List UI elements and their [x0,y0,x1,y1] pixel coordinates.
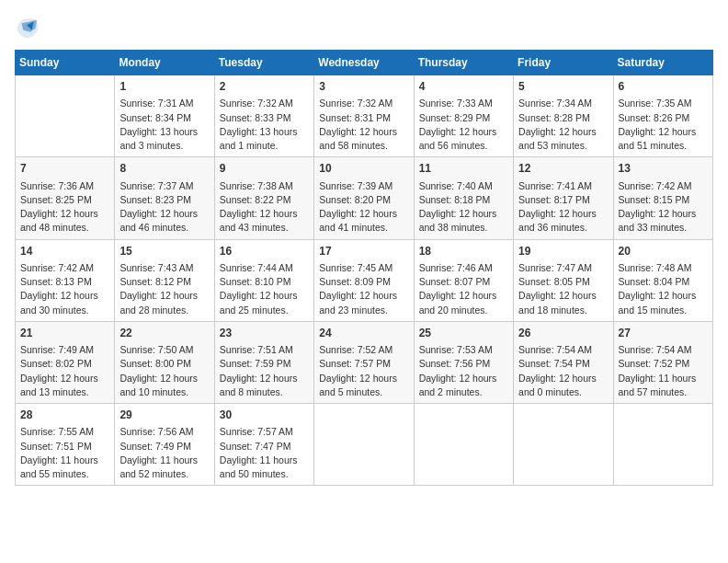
day-number: 26 [518,326,608,341]
day-number: 4 [419,79,508,95]
day-info: Sunrise: 7:42 AMSunset: 8:15 PMDaylight:… [619,179,708,236]
day-number: 1 [119,79,209,95]
column-header-sunday: Sunday [16,51,115,75]
day-number: 12 [518,161,608,177]
calendar-cell: 4Sunrise: 7:33 AMSunset: 8:29 PMDaylight… [414,75,513,157]
day-info: Sunrise: 7:39 AMSunset: 8:20 PMDaylight:… [319,179,408,236]
day-number: 7 [20,161,109,177]
calendar-week-5: 28Sunrise: 7:55 AMSunset: 7:51 PMDayligh… [16,404,713,486]
day-info: Sunrise: 7:32 AMSunset: 8:31 PMDaylight:… [319,97,408,153]
calendar-cell: 17Sunrise: 7:45 AMSunset: 8:09 PMDayligh… [314,239,414,321]
column-header-thursday: Thursday [414,51,513,75]
calendar-cell [314,404,414,486]
day-info: Sunrise: 7:52 AMSunset: 7:57 PMDaylight:… [319,343,408,399]
day-number: 13 [619,161,708,177]
header-row: SundayMondayTuesdayWednesdayThursdayFrid… [16,51,713,75]
day-number: 18 [419,244,508,259]
day-number: 17 [319,244,408,259]
calendar-cell [514,404,613,486]
day-number: 2 [220,79,309,95]
column-header-tuesday: Tuesday [214,51,313,75]
day-number: 8 [119,161,209,177]
column-header-friday: Friday [514,51,613,75]
calendar-cell: 28Sunrise: 7:55 AMSunset: 7:51 PMDayligh… [16,404,115,486]
day-info: Sunrise: 7:43 AMSunset: 8:12 PMDaylight:… [119,261,209,317]
day-number: 20 [619,244,708,259]
logo [15,15,44,40]
calendar-cell: 30Sunrise: 7:57 AMSunset: 7:47 PMDayligh… [214,404,313,486]
calendar-cell: 6Sunrise: 7:35 AMSunset: 8:26 PMDaylight… [613,75,712,157]
day-info: Sunrise: 7:51 AMSunset: 7:59 PMDaylight:… [220,343,309,399]
calendar-cell: 3Sunrise: 7:32 AMSunset: 8:31 PMDaylight… [314,75,414,157]
day-info: Sunrise: 7:38 AMSunset: 8:22 PMDaylight:… [220,179,309,236]
column-header-wednesday: Wednesday [314,51,414,75]
day-number: 25 [419,326,508,341]
day-number: 23 [220,326,309,341]
day-info: Sunrise: 7:46 AMSunset: 8:07 PMDaylight:… [419,261,508,317]
page-header [15,15,713,40]
day-info: Sunrise: 7:31 AMSunset: 8:34 PMDaylight:… [119,97,209,153]
day-info: Sunrise: 7:32 AMSunset: 8:33 PMDaylight:… [220,97,309,153]
day-info: Sunrise: 7:33 AMSunset: 8:29 PMDaylight:… [419,97,508,153]
calendar-cell: 21Sunrise: 7:49 AMSunset: 8:02 PMDayligh… [16,321,115,403]
calendar-cell: 20Sunrise: 7:48 AMSunset: 8:04 PMDayligh… [613,239,712,321]
day-info: Sunrise: 7:57 AMSunset: 7:47 PMDaylight:… [220,425,309,481]
calendar-cell: 22Sunrise: 7:50 AMSunset: 8:00 PMDayligh… [115,321,214,403]
calendar-cell: 16Sunrise: 7:44 AMSunset: 8:10 PMDayligh… [214,239,313,321]
day-number: 29 [119,408,209,423]
calendar-week-3: 14Sunrise: 7:42 AMSunset: 8:13 PMDayligh… [16,239,713,321]
day-info: Sunrise: 7:54 AMSunset: 7:52 PMDaylight:… [619,343,708,399]
day-info: Sunrise: 7:56 AMSunset: 7:49 PMDaylight:… [119,425,209,481]
calendar-cell: 9Sunrise: 7:38 AMSunset: 8:22 PMDaylight… [214,157,313,239]
day-number: 10 [319,161,408,177]
calendar-cell: 26Sunrise: 7:54 AMSunset: 7:54 PMDayligh… [514,321,613,403]
day-info: Sunrise: 7:55 AMSunset: 7:51 PMDaylight:… [20,425,109,481]
day-number: 27 [619,326,708,341]
calendar-cell: 13Sunrise: 7:42 AMSunset: 8:15 PMDayligh… [613,157,712,239]
calendar-cell: 10Sunrise: 7:39 AMSunset: 8:20 PMDayligh… [314,157,414,239]
calendar-cell: 29Sunrise: 7:56 AMSunset: 7:49 PMDayligh… [115,404,214,486]
calendar-week-1: 1Sunrise: 7:31 AMSunset: 8:34 PMDaylight… [16,75,713,157]
calendar-cell: 5Sunrise: 7:34 AMSunset: 8:28 PMDaylight… [514,75,613,157]
calendar-cell [16,75,115,157]
day-number: 11 [419,161,508,177]
day-info: Sunrise: 7:44 AMSunset: 8:10 PMDaylight:… [220,261,309,317]
day-number: 5 [518,79,608,95]
day-number: 15 [119,244,209,259]
day-info: Sunrise: 7:35 AMSunset: 8:26 PMDaylight:… [619,97,708,153]
calendar-week-4: 21Sunrise: 7:49 AMSunset: 8:02 PMDayligh… [16,321,713,403]
day-number: 24 [319,326,408,341]
column-header-saturday: Saturday [613,51,712,75]
day-number: 16 [220,244,309,259]
calendar-cell: 2Sunrise: 7:32 AMSunset: 8:33 PMDaylight… [214,75,313,157]
column-header-monday: Monday [115,51,214,75]
calendar-cell: 19Sunrise: 7:47 AMSunset: 8:05 PMDayligh… [514,239,613,321]
logo-icon [15,15,40,40]
calendar-cell: 1Sunrise: 7:31 AMSunset: 8:34 PMDaylight… [115,75,214,157]
day-info: Sunrise: 7:53 AMSunset: 7:56 PMDaylight:… [419,343,508,399]
calendar-cell: 7Sunrise: 7:36 AMSunset: 8:25 PMDaylight… [16,157,115,239]
day-info: Sunrise: 7:36 AMSunset: 8:25 PMDaylight:… [20,179,109,236]
day-number: 6 [619,79,708,95]
calendar-cell [613,404,712,486]
calendar-cell: 27Sunrise: 7:54 AMSunset: 7:52 PMDayligh… [613,321,712,403]
calendar-cell: 15Sunrise: 7:43 AMSunset: 8:12 PMDayligh… [115,239,214,321]
day-info: Sunrise: 7:47 AMSunset: 8:05 PMDaylight:… [518,261,608,317]
day-info: Sunrise: 7:40 AMSunset: 8:18 PMDaylight:… [419,179,508,236]
calendar-cell: 23Sunrise: 7:51 AMSunset: 7:59 PMDayligh… [214,321,313,403]
day-number: 21 [20,326,109,341]
calendar-cell: 14Sunrise: 7:42 AMSunset: 8:13 PMDayligh… [16,239,115,321]
calendar-week-2: 7Sunrise: 7:36 AMSunset: 8:25 PMDaylight… [16,157,713,239]
calendar-cell: 25Sunrise: 7:53 AMSunset: 7:56 PMDayligh… [414,321,513,403]
day-number: 22 [119,326,209,341]
day-number: 9 [220,161,309,177]
day-number: 28 [20,408,109,423]
calendar-cell: 12Sunrise: 7:41 AMSunset: 8:17 PMDayligh… [514,157,613,239]
day-info: Sunrise: 7:50 AMSunset: 8:00 PMDaylight:… [119,343,209,399]
day-info: Sunrise: 7:49 AMSunset: 8:02 PMDaylight:… [20,343,109,399]
day-number: 30 [220,408,309,423]
calendar-cell [414,404,513,486]
day-info: Sunrise: 7:42 AMSunset: 8:13 PMDaylight:… [20,261,109,317]
day-info: Sunrise: 7:48 AMSunset: 8:04 PMDaylight:… [619,261,708,317]
day-number: 14 [20,244,109,259]
